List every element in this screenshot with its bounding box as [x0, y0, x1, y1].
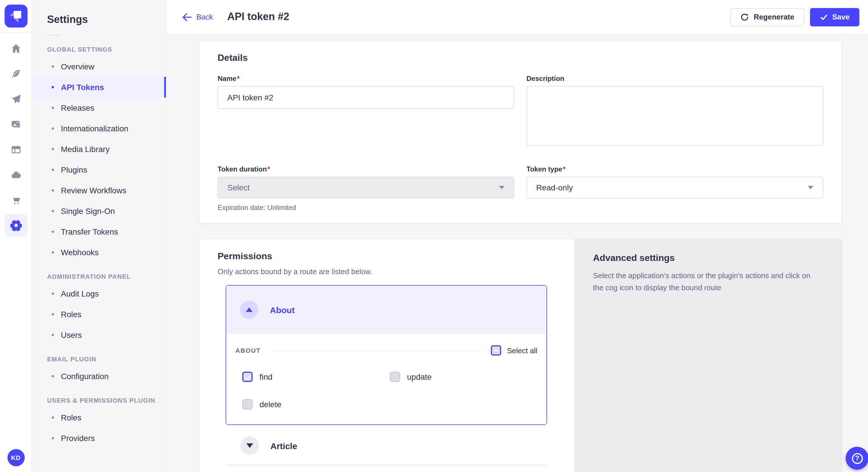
sidebar-item-label: Overview [61, 62, 94, 71]
article-accordion-header[interactable]: Article [241, 436, 547, 455]
sidebar-item-label: Releases [61, 103, 94, 112]
advanced-settings-panel: Advanced settings Select the application… [574, 239, 842, 472]
layout-icon[interactable] [4, 138, 27, 161]
home-icon[interactable] [4, 37, 27, 60]
sidebar-item[interactable]: API Tokens [32, 77, 166, 98]
bullet-icon [52, 148, 54, 150]
sidebar-item[interactable]: Audit Logs [32, 283, 166, 304]
expand-toggle[interactable] [241, 436, 259, 455]
name-input[interactable] [218, 86, 515, 109]
advanced-settings-description: Select the application's actions or the … [593, 270, 818, 294]
sidebar-item-label: Roles [61, 413, 82, 422]
save-button[interactable]: Save [810, 8, 859, 26]
actions-grid: find update [242, 372, 537, 409]
action-checkbox[interactable] [390, 372, 400, 382]
sidebar-item[interactable]: Roles [32, 407, 166, 428]
bullet-icon [52, 86, 54, 88]
article-accordion-label: Article [270, 441, 297, 450]
collapse-toggle[interactable] [240, 301, 258, 319]
strapi-logo[interactable] [4, 5, 27, 28]
sidebar-item-label: Review Workflows [61, 186, 126, 195]
required-marker: * [237, 74, 239, 82]
chevron-down-icon [499, 186, 505, 189]
permissions-panel: Permissions Only actions bound by a rout… [199, 239, 574, 472]
permissions-title: Permissions [218, 251, 556, 262]
sidebar-item-label: Media Library [61, 144, 110, 154]
sidebar-item[interactable]: Roles [32, 304, 166, 325]
permission-action[interactable]: find [242, 372, 390, 382]
sidebar-item[interactable]: Internationalization [32, 118, 166, 139]
sidebar-title: Settings [32, 14, 166, 26]
description-textarea[interactable] [526, 86, 823, 146]
content-manager-icon[interactable] [4, 63, 27, 86]
sidebar-section-administration-panel: ADMINISTRATION PANEL Audit Logs Roles [32, 273, 166, 345]
regenerate-button[interactable]: Regenerate [730, 8, 804, 26]
refresh-icon [740, 12, 749, 22]
bullet-icon [52, 416, 54, 419]
select-all-checkbox[interactable] [491, 345, 501, 356]
sidebar-item[interactable]: Single Sign-On [32, 201, 166, 222]
check-icon [819, 13, 828, 21]
help-button[interactable] [846, 447, 868, 470]
cloud-icon[interactable] [4, 164, 27, 187]
next-section-divider [226, 464, 547, 466]
about-accordion: About ABOUT Select all [226, 285, 547, 425]
page-title: API token #2 [227, 11, 289, 23]
required-marker: * [268, 165, 270, 173]
app-root: KD Settings GLOBAL SETTINGS Overview API… [0, 0, 868, 472]
token-duration-value: Select [227, 183, 250, 192]
bullet-icon [52, 251, 54, 254]
bullet-icon [52, 107, 54, 109]
sidebar-section-global-settings: GLOBAL SETTINGS Overview API Tokens [32, 46, 166, 263]
section-divider [269, 350, 483, 351]
sidebar-item[interactable]: Configuration [32, 366, 166, 386]
sidebar-item[interactable]: Media Library [32, 139, 166, 160]
token-duration-select[interactable]: Select [218, 177, 515, 198]
bullet-icon [52, 231, 54, 233]
action-checkbox[interactable] [242, 399, 253, 409]
about-accordion-body: ABOUT Select all [226, 334, 547, 425]
details-card: Details Name* Description Token duration… [199, 41, 842, 223]
bullet-icon [52, 293, 54, 295]
select-all-control[interactable]: Select all [491, 345, 538, 356]
send-icon[interactable] [4, 88, 27, 111]
sidebar-section-users-permissions-plugin: USERS & PERMISSIONS PLUGIN Roles Provide… [32, 397, 166, 448]
user-avatar[interactable]: KD [7, 449, 24, 466]
token-type-label: Token type* [526, 165, 823, 173]
back-button[interactable]: Back [182, 12, 213, 21]
sidebar-item-label: Single Sign-On [61, 206, 115, 216]
media-library-icon[interactable] [4, 113, 27, 136]
permission-action[interactable]: delete [242, 399, 390, 409]
section-header: USERS & PERMISSIONS PLUGIN [32, 397, 166, 404]
sidebar-item[interactable]: Transfer Tokens [32, 222, 166, 242]
description-label: Description [526, 74, 823, 82]
token-type-select[interactable]: Read-only [526, 177, 823, 198]
permission-action[interactable]: update [390, 372, 537, 382]
section-header: GLOBAL SETTINGS [32, 46, 166, 53]
settings-sidebar: Settings GLOBAL SETTINGS Overview API To… [32, 0, 166, 472]
token-type-value: Read-only [536, 183, 573, 192]
about-accordion-header[interactable]: About [226, 285, 547, 334]
expiration-hint: Expiration date: Unlimited [218, 204, 515, 212]
sidebar-item-label: Providers [61, 434, 95, 443]
marketplace-cart-icon[interactable] [4, 189, 27, 212]
sidebar-item[interactable]: Providers [32, 428, 166, 448]
name-label: Name* [218, 74, 515, 82]
sidebar-item-label: Plugins [61, 165, 87, 174]
sidebar-item-label: Webhooks [61, 248, 99, 257]
about-section-label: ABOUT [236, 347, 260, 354]
sidebar-item[interactable]: Plugins [32, 160, 166, 180]
settings-gear-icon[interactable] [4, 214, 27, 237]
section-header: ADMINISTRATION PANEL [32, 273, 166, 280]
section-header: EMAIL PLUGIN [32, 356, 166, 363]
bullet-icon [52, 127, 54, 130]
bullet-icon [52, 210, 54, 212]
sidebar-item[interactable]: Review Workflows [32, 180, 166, 201]
sidebar-item[interactable]: Webhooks [32, 242, 166, 263]
sidebar-item[interactable]: Overview [32, 56, 166, 77]
action-checkbox[interactable] [242, 372, 253, 382]
details-title: Details [218, 53, 823, 63]
sidebar-item[interactable]: Releases [32, 98, 166, 118]
sidebar-item[interactable]: Users [32, 325, 166, 345]
bullet-icon [52, 334, 54, 336]
